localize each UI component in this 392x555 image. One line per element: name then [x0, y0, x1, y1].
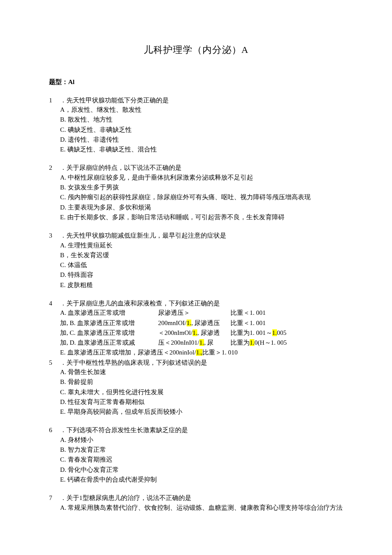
cell: A. 血浆渗透压正常或增: [60, 308, 158, 318]
option-b: B. 散发性、地方性: [60, 115, 343, 125]
option-table: A. 血浆渗透压正常或增 尿渗透压＞ 比重＜1. 001 加, B. 血浆渗透压…: [49, 308, 343, 348]
question-6: 6 ．下列选项不符合原发性生长激素缺乏症的是 A. 身材矮小 B. 智力发育正常…: [49, 425, 343, 485]
option-a: A. 常规采用胰岛素替代治疗、饮食控制、运动锻炼、血糖监测、健康教育和心理支持等…: [60, 503, 343, 513]
question-stem: ．关于1型糖尿病患儿的治疗，说法不正确的是: [60, 493, 343, 503]
option-d: D. 性征发育与正常青春期相似: [60, 397, 343, 407]
option-b: B，生长发育迟缓: [60, 250, 343, 260]
cell: 比重＜1. 001: [231, 308, 343, 318]
cell: 加, C. 血浆渗透压正常或增: [60, 328, 158, 338]
option-c: C. 睾丸未增大，但男性化进行性发展: [60, 387, 343, 397]
question-4: 4 ．关于尿崩症患儿的血液和尿液检查，下列叙述正确的是 A. 血浆渗透压正常或增…: [49, 299, 343, 358]
question-stem: ．关于尿崩症患儿的血液和尿液检查，下列叙述正确的是: [60, 299, 343, 308]
highlight: 1.,: [196, 349, 202, 356]
question-number: 3: [49, 231, 60, 241]
section-label: 题型：Al: [49, 77, 343, 87]
option-e: E. 由于长期多饮、多尿，影响日常活动和睡眠，可引起营养不良，生长发育障碍: [60, 212, 343, 222]
option-a: A. 身材矮小: [60, 435, 343, 445]
question-number: 4: [49, 299, 60, 308]
option-a: A. 生理性黄疸延长: [60, 241, 343, 250]
option-d: D. 特殊面容: [60, 270, 343, 280]
cell: 加, B. 血浆渗透压正常或增: [60, 318, 158, 328]
option-c: C. 颅内肿瘤引起的获得性尿崩症，除尿崩症外可有头痛、呕吐、视力障碍等颅压增高表…: [60, 192, 343, 202]
cell: 比重＜1. 001: [231, 318, 343, 328]
cell: 压＜200nInI01/1., 尿: [158, 338, 231, 348]
cell: 比重为1. 001～1.005: [231, 328, 343, 338]
option-d: D. 遗传性、非遗传性: [60, 135, 343, 145]
question-5: 5 ．关于中枢性性早熟的临床表现，下列叙述错误的是 A. 骨骼生长加速 B. 骨…: [49, 358, 343, 417]
option-e: E. 皮肤粗糙: [60, 280, 343, 290]
page-title: 儿科护理学（内分泌）A: [49, 43, 343, 57]
question-number: 6: [49, 425, 60, 435]
highlight: 1.: [199, 339, 204, 346]
option-a: A. 中枢性尿崩症较多见，是由于垂体抗利尿激素分泌或释放不足引起: [60, 173, 343, 183]
question-stem: ．关于中枢性性早熟的临床表现，下列叙述错误的是: [60, 358, 343, 368]
question-1: 1 ．先天性甲状腺功能低下分类正确的是 A，原发性、继发性、散发性 B. 散发性…: [49, 96, 343, 155]
option-b: B. 智力发育正常: [60, 445, 343, 455]
question-number: 5: [49, 358, 60, 368]
cell: 比重为1.0(H～1. 005: [231, 338, 343, 348]
option-a: A. 骨骼生长加速: [60, 367, 343, 377]
option-e: E. 早期身高较同龄高，但成年后反而较矮小: [60, 407, 343, 417]
option-d: D. 主要表现为多尿、多饮和烦渴: [60, 203, 343, 212]
question-2: 2 ．关于尿崩症的特点，以下说法不正确的是 A. 中枢性尿崩症较多见，是由于垂体…: [49, 163, 343, 222]
question-stem: ．先天性甲状腺功能减低症新生儿，最早引起注意的症状是: [60, 231, 343, 241]
question-3: 3 ．先天性甲状腺功能减低症新生儿，最早引起注意的症状是 A. 生理性黄疸延长 …: [49, 231, 343, 290]
question-stem: ．关于尿崩症的特点，以下说法不正确的是: [60, 163, 343, 173]
option-c: C. 体温低: [60, 260, 343, 270]
highlight: 1.: [250, 339, 254, 346]
question-number: 7: [49, 493, 60, 503]
highlight: 1.: [193, 329, 197, 336]
cell: 200mnIOI/1., 尿渗透压: [158, 318, 231, 328]
option-e: E. 钙磷在骨质中的合成代谢受抑制: [60, 475, 343, 485]
cell: ＜200nImOl/1., 尿渗透: [158, 328, 231, 338]
option-b: B. 骨龄提前: [60, 377, 343, 387]
option-b: B. 女孩发生多于男孩: [60, 183, 343, 192]
highlight: 1.: [272, 329, 277, 336]
cell: 加, D. 血浆渗透压正常或减: [60, 338, 158, 348]
option-d: D. 骨化中心发育正常: [60, 465, 343, 475]
question-number: 2: [49, 163, 60, 173]
option-e: E. 碘缺乏性、非碘缺乏性、混合性: [60, 145, 343, 154]
option-a: A，原发性、继发性、散发性: [60, 105, 343, 115]
question-stem: ．下列选项不符合原发性生长激素缺乏症的是: [60, 425, 343, 435]
question-number: 1: [49, 96, 60, 105]
option-e: E. 血浆渗透压正常或增加，尿渗透压＜200ninIol/1.,比重＞1. 01…: [60, 348, 343, 357]
option-c: C. 青春发育期推迟: [60, 455, 343, 465]
highlight: 1.: [187, 320, 191, 326]
question-stem: ．先天性甲状腺功能低下分类正确的是: [60, 96, 343, 105]
cell: 尿渗透压＞: [158, 308, 231, 318]
option-c: C. 碘缺乏性、非碘缺乏性: [60, 125, 343, 135]
question-7: 7 ．关于1型糖尿病患儿的治疗，说法不正确的是 A. 常规采用胰岛素替代治疗、饮…: [49, 493, 343, 513]
